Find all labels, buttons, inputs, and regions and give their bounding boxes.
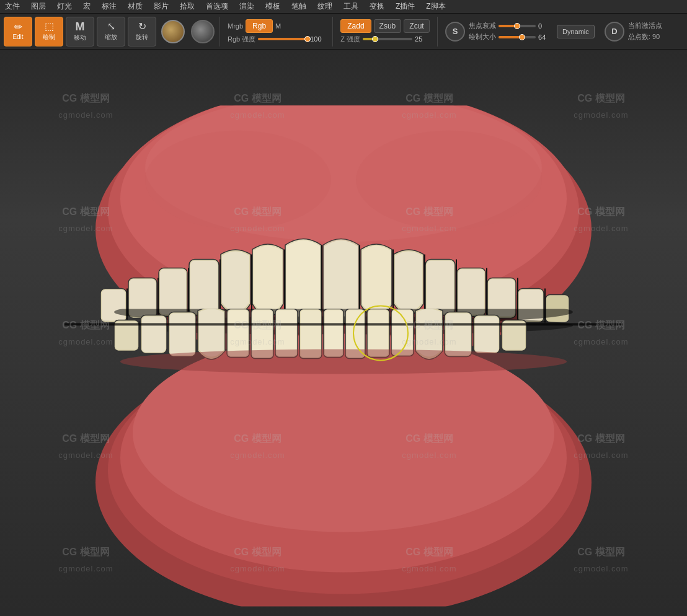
svg-rect-11 xyxy=(160,269,186,314)
z-strength-label: Z 强度 xyxy=(340,35,360,44)
material-preview[interactable] xyxy=(191,20,215,43)
z-section: Zadd Zsub Zcut Z 强度 25 xyxy=(337,19,433,44)
menu-tool[interactable]: 工具 xyxy=(344,1,358,12)
focal-shift-value: 0 xyxy=(538,22,553,30)
menu-macro[interactable]: 宏 xyxy=(83,1,91,12)
svg-rect-48 xyxy=(170,313,195,355)
menu-stroke[interactable]: 笔触 xyxy=(291,1,306,12)
zcut-button[interactable]: Zcut xyxy=(404,19,429,33)
rgb-row-bottom: Rgb 强度 100 xyxy=(228,35,325,44)
viewport[interactable]: CG 模型网 cgmodel.com CG 模型网 cgmodel.com CG… xyxy=(0,50,687,616)
menu-material[interactable]: 材质 xyxy=(128,1,143,12)
edit-button[interactable]: ✏ Edit xyxy=(4,17,32,46)
svg-rect-64 xyxy=(392,310,412,354)
svg-rect-50 xyxy=(228,310,248,356)
toolbar: ✏ Edit ⬚ 绘制 M 移动 ⤡ 缩放 ↻ 旋转 Mrgb Rgb M xyxy=(0,14,687,50)
focal-row: 焦点衰减 0 xyxy=(469,21,553,30)
menu-template[interactable]: 模板 xyxy=(265,1,280,12)
focal-controls: 焦点衰减 0 绘制大小 64 xyxy=(469,21,553,42)
rgb-strength-value: 100 xyxy=(310,35,325,43)
d-section: D 当前激活点 总点数: 90 xyxy=(601,21,666,42)
svg-rect-13 xyxy=(190,260,218,313)
menu-pick[interactable]: 拾取 xyxy=(180,1,195,12)
teeth-model xyxy=(33,81,654,565)
scene-canvas[interactable]: CG 模型网 cgmodel.com CG 模型网 cgmodel.com CG… xyxy=(0,50,687,616)
d-button[interactable]: D xyxy=(605,22,624,42)
dynamic-button[interactable]: Dynamic xyxy=(557,25,595,38)
m-label: M xyxy=(275,22,281,30)
rotate-label: 旋转 xyxy=(136,33,148,42)
draw-size-value: 64 xyxy=(538,33,553,41)
lower-jaw-svg xyxy=(83,309,604,606)
focal-section: S 焦点衰减 0 绘制大小 64 Dynamic xyxy=(441,21,598,42)
rgb-controls: Mrgb Rgb M Rgb 强度 100 xyxy=(228,19,325,44)
zsub-button[interactable]: Zsub xyxy=(374,19,402,33)
scale-button[interactable]: ⤡ 缩放 xyxy=(97,17,125,46)
menu-transform[interactable]: 变换 xyxy=(370,1,384,12)
menu-file[interactable]: 文件 xyxy=(5,1,20,12)
svg-point-4 xyxy=(145,130,331,229)
z-row-top: Zadd Zsub Zcut xyxy=(340,19,430,33)
move-label: 移动 xyxy=(74,33,86,42)
draw-label: 绘制 xyxy=(43,33,55,42)
menu-zscript[interactable]: Z脚本 xyxy=(426,1,445,12)
m-button[interactable]: M 移动 xyxy=(66,17,94,46)
menu-movie[interactable]: 影片 xyxy=(154,1,169,12)
total-points-label: 总点数: 90 xyxy=(628,32,662,42)
scale-label: 缩放 xyxy=(105,33,117,42)
menu-zplugin[interactable]: Z插件 xyxy=(396,1,415,12)
z-row-bottom: Z 强度 25 xyxy=(340,35,430,44)
s-button[interactable]: S xyxy=(445,22,465,42)
svg-rect-58 xyxy=(325,310,342,356)
svg-rect-66 xyxy=(446,313,471,355)
zadd-button[interactable]: Zadd xyxy=(340,19,371,33)
rgb-strength-slider[interactable] xyxy=(258,37,308,42)
draw-icon: ⬚ xyxy=(45,22,54,32)
toolbar-separator-3 xyxy=(437,17,438,46)
draw-size-slider[interactable] xyxy=(499,35,536,40)
svg-rect-68 xyxy=(475,316,499,352)
menu-render[interactable]: 渲染 xyxy=(239,1,254,12)
menu-layer[interactable]: 图层 xyxy=(31,1,46,12)
menu-texture[interactable]: 纹理 xyxy=(317,1,332,12)
focal-shift-label: 焦点衰减 xyxy=(469,21,496,30)
menu-bar: 文件 图层 灯光 宏 标注 材质 影片 拾取 首选项 渲染 模板 笔触 纹理 工… xyxy=(0,0,687,14)
rgb-row-top: Mrgb Rgb M xyxy=(228,19,325,33)
svg-point-71 xyxy=(120,349,567,374)
toolbar-separator-2 xyxy=(332,17,333,46)
brush-preview[interactable] xyxy=(161,20,185,43)
svg-rect-54 xyxy=(277,310,296,356)
rgb-strength-label: Rgb 强度 xyxy=(228,35,255,44)
right-info: 当前激活点 总点数: 90 xyxy=(628,21,662,42)
edit-icon: ✏ xyxy=(14,22,22,32)
focal-shift-slider[interactable] xyxy=(499,24,536,29)
svg-rect-46 xyxy=(142,316,166,352)
scale-icon: ⤡ xyxy=(107,22,115,32)
rgb-button[interactable]: Rgb xyxy=(246,19,273,33)
svg-rect-17 xyxy=(458,269,484,314)
teeth-divider xyxy=(64,323,623,325)
rotate-icon: ↻ xyxy=(138,22,146,32)
menu-light[interactable]: 灯光 xyxy=(57,1,72,12)
draw-size-label: 绘制大小 xyxy=(469,32,496,42)
z-strength-value: 25 xyxy=(415,35,430,43)
rgb-section: Mrgb Rgb M Rgb 强度 100 xyxy=(224,19,329,44)
toolbar-separator-1 xyxy=(219,17,220,46)
svg-rect-62 xyxy=(368,310,388,356)
edit-label: Edit xyxy=(12,33,23,40)
rotate-button[interactable]: ↻ 旋转 xyxy=(128,17,156,46)
svg-point-5 xyxy=(356,130,542,229)
mrgb-label: Mrgb xyxy=(228,22,243,30)
menu-preferences[interactable]: 首选项 xyxy=(206,1,228,12)
draw-button[interactable]: ⬚ 绘制 xyxy=(35,17,63,46)
z-strength-slider[interactable] xyxy=(363,37,412,42)
svg-rect-15 xyxy=(427,260,454,313)
m-icon: M xyxy=(76,21,85,32)
draw-size-row: 绘制大小 64 xyxy=(469,32,553,42)
current-active-label: 当前激活点 xyxy=(628,21,662,30)
menu-annotation[interactable]: 标注 xyxy=(102,1,117,12)
z-controls: Zadd Zsub Zcut Z 强度 25 xyxy=(340,19,430,44)
